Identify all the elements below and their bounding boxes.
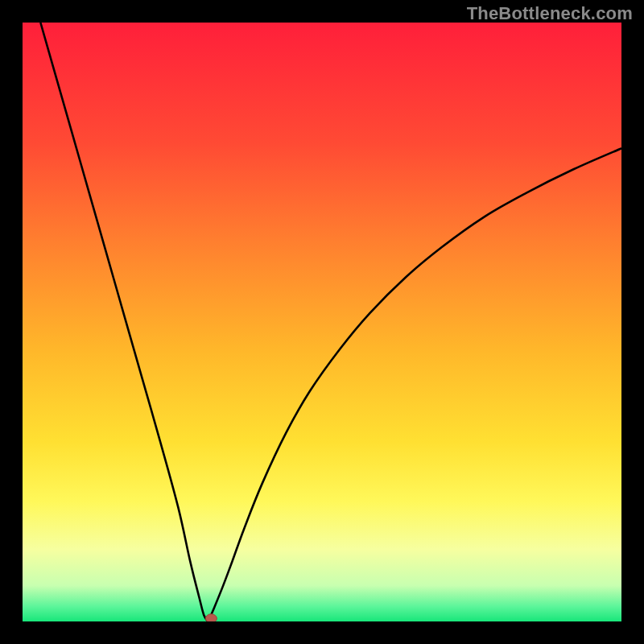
chart-frame: TheBottleneck.com: [0, 0, 644, 644]
minimum-marker: [205, 614, 217, 621]
chart-svg: [23, 23, 621, 621]
background-rect: [23, 23, 621, 621]
plot-area: [23, 23, 621, 621]
watermark-text: TheBottleneck.com: [467, 3, 633, 24]
